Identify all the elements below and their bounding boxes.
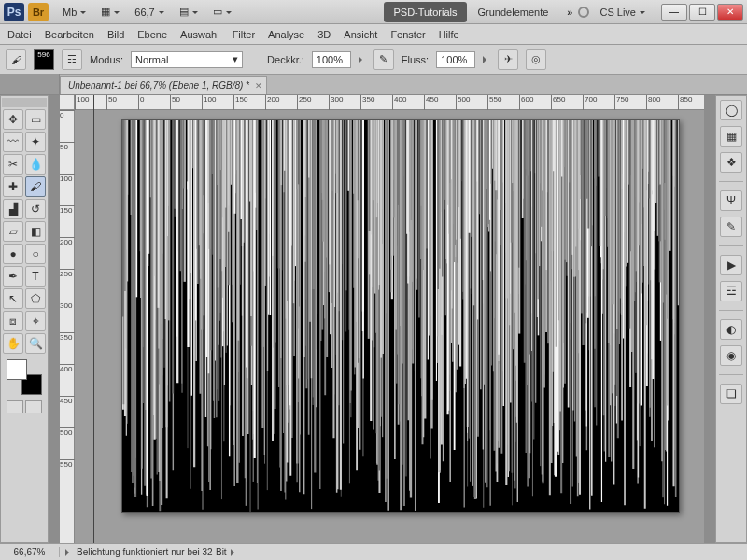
flow-label: Fluss:: [402, 54, 429, 65]
brush-tool[interactable]: 🖌: [25, 176, 46, 197]
tool-preset-brush[interactable]: 🖌: [6, 49, 26, 70]
gradient-tool[interactable]: ◧: [25, 221, 46, 242]
layers-panel-icon[interactable]: ❏: [720, 384, 742, 404]
healing-tool[interactable]: ✚: [3, 176, 23, 197]
app-logo-bridge[interactable]: Br: [28, 3, 49, 21]
menu-filter[interactable]: Filter: [233, 29, 255, 40]
minimize-button[interactable]: —: [661, 4, 687, 21]
marquee-tool[interactable]: ▭: [25, 109, 46, 130]
color-swatches[interactable]: [7, 359, 42, 395]
type-tool[interactable]: T: [25, 266, 46, 287]
quick-mask-row: [7, 400, 42, 413]
opacity-input[interactable]: 100%: [312, 51, 351, 68]
zoom-tool[interactable]: 🔍: [25, 333, 46, 354]
blur-tool[interactable]: ●: [3, 244, 23, 264]
standard-mode[interactable]: [7, 400, 23, 413]
menu-bearbeiten[interactable]: Bearbeiten: [45, 29, 94, 40]
styles-panel-icon[interactable]: ❖: [720, 152, 742, 173]
document-canvas[interactable]: [121, 119, 680, 513]
adjustments-panel-icon[interactable]: ◐: [720, 319, 742, 340]
vertical-guide[interactable]: [93, 95, 94, 543]
menu-bar: Datei Bearbeiten Bild Ebene Auswahl Filt…: [0, 24, 747, 45]
main-area: ✥ ▭ 〰 ✦ ✂ 💧 ✚ 🖌 ▟ ↺ ▱ ◧ ● ○ ✒ T ↖ ⬠ ⧈ ⌖ …: [0, 95, 747, 543]
menu-hilfe[interactable]: Hilfe: [439, 29, 459, 40]
arrange-docs[interactable]: ▤: [173, 3, 204, 21]
menu-bild[interactable]: Bild: [107, 29, 124, 40]
foreground-color[interactable]: [7, 359, 27, 380]
quick-mask-mode[interactable]: [25, 400, 42, 413]
shape-tool[interactable]: ⬠: [25, 288, 46, 309]
screen-mode-dropdown[interactable]: ▦: [94, 3, 126, 21]
play-panel-icon[interactable]: ▶: [720, 255, 742, 275]
toolbox-header-gap: [0, 74, 60, 94]
brush-panel-icon[interactable]: ✎: [720, 217, 742, 237]
hand-tool[interactable]: ✋: [3, 333, 23, 354]
path-select-tool[interactable]: ↖: [3, 288, 23, 309]
right-dock-gap: [704, 95, 715, 543]
workspace-tab-tutorials[interactable]: PSD-Tutorials: [384, 2, 466, 22]
menu-ebene[interactable]: Ebene: [137, 29, 167, 40]
ruler-corner: [60, 95, 75, 110]
app-logo-ps[interactable]: Ps: [4, 3, 24, 21]
status-bar: 66,67% Belichtung funktioniert nur bei 3…: [0, 543, 747, 560]
status-text: Belichtung funktioniert nur bei 32-Bit: [77, 547, 227, 557]
cslive-dropdown[interactable]: CS Live: [593, 3, 652, 21]
vertical-ruler[interactable]: 050100150200250300350400450500550: [60, 110, 75, 543]
tablet-pressure-icon[interactable]: ◎: [526, 49, 546, 70]
cslive-icon: [578, 7, 589, 18]
brush-panel-toggle[interactable]: ☶: [62, 49, 82, 70]
status-zoom[interactable]: 66,67%: [0, 547, 60, 557]
history-brush-tool[interactable]: ↺: [25, 199, 46, 219]
menu-fenster[interactable]: Fenster: [390, 29, 425, 40]
workspace-overflow[interactable]: »: [567, 7, 571, 18]
masks-panel-icon[interactable]: ◉: [720, 345, 742, 366]
status-left-arrow-icon: [65, 549, 73, 556]
eraser-tool[interactable]: ▱: [3, 221, 23, 242]
crop-tool[interactable]: ✂: [3, 154, 23, 175]
3d-tool[interactable]: ⧈: [3, 311, 23, 331]
3d-camera-tool[interactable]: ⌖: [25, 311, 46, 331]
airbrush-icon[interactable]: ✈: [498, 49, 518, 70]
close-tab-icon[interactable]: ✕: [255, 81, 262, 91]
opacity-label: Deckkr.:: [267, 54, 304, 65]
modus-select[interactable]: Normal▾: [131, 51, 243, 68]
modus-label: Modus:: [90, 54, 123, 65]
eyedropper-tool[interactable]: 💧: [25, 154, 46, 175]
menu-auswahl[interactable]: Auswahl: [180, 29, 219, 40]
maximize-button[interactable]: ☐: [689, 4, 715, 21]
character-panel-icon[interactable]: Ψ: [720, 190, 742, 211]
title-bar: Ps Br Mb ▦ 66,7 ▤ ▭ PSD-Tutorials Grunde…: [0, 0, 747, 24]
status-right-arrow-icon: [231, 549, 238, 556]
zoom-level[interactable]: 66,7: [128, 3, 170, 21]
workspace-tab-grundelemente[interactable]: Grundelemente: [469, 2, 558, 22]
menu-ansicht[interactable]: Ansicht: [344, 29, 377, 40]
extras-dropdown[interactable]: ▭: [206, 3, 238, 21]
menu-datei[interactable]: Datei: [7, 29, 32, 40]
window-controls: — ☐ ✕: [661, 4, 743, 21]
flow-flyout[interactable]: [483, 56, 490, 63]
left-dock-gap: [49, 95, 60, 543]
brush-preview[interactable]: 596: [34, 49, 54, 70]
move-tool[interactable]: ✥: [3, 109, 23, 130]
menu-analyse[interactable]: Analyse: [268, 29, 304, 40]
stamp-tool[interactable]: ▟: [3, 199, 23, 219]
document-tab[interactable]: Unbenannt-1 bei 66,7% (Ebene 1, RGB/8) *…: [60, 76, 267, 94]
color-panel-icon[interactable]: ◯: [720, 100, 742, 120]
toolbox-grip[interactable]: [2, 98, 47, 107]
opacity-flyout[interactable]: [359, 56, 366, 63]
flow-input[interactable]: 100%: [436, 51, 475, 68]
close-button[interactable]: ✕: [717, 4, 743, 21]
dodge-tool[interactable]: ○: [25, 244, 46, 264]
lasso-tool[interactable]: 〰: [3, 132, 23, 152]
toolbox: ✥ ▭ 〰 ✦ ✂ 💧 ✚ 🖌 ▟ ↺ ▱ ◧ ● ○ ✒ T ↖ ⬠ ⧈ ⌖ …: [0, 95, 49, 543]
canvas-area[interactable]: 1005005010015020025030035040045050055060…: [60, 95, 704, 543]
wand-tool[interactable]: ✦: [25, 132, 46, 152]
pen-tool[interactable]: ✒: [3, 266, 23, 287]
swatches-panel-icon[interactable]: ▦: [720, 126, 742, 147]
status-message[interactable]: Belichtung funktioniert nur bei 32-Bit: [60, 547, 244, 557]
mb-dropdown[interactable]: Mb: [56, 3, 92, 21]
horizontal-ruler[interactable]: 1005005010015020025030035040045050055060…: [75, 95, 704, 110]
menu-3d[interactable]: 3D: [317, 29, 331, 40]
opacity-pressure-icon[interactable]: ✎: [374, 49, 394, 70]
history-panel-icon[interactable]: ☲: [720, 281, 742, 301]
